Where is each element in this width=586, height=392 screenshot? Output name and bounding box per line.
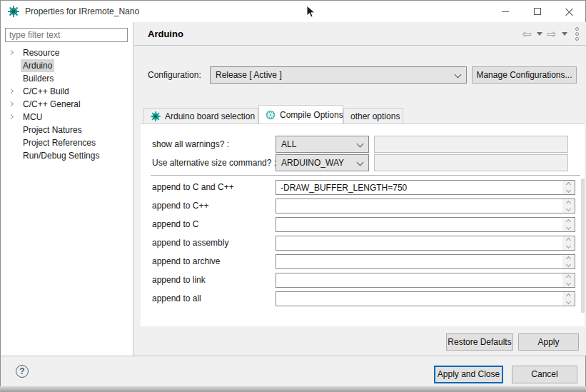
field-scroll-arrows[interactable] [562, 255, 575, 268]
scroll-down-icon [566, 225, 571, 230]
close-button[interactable] [553, 1, 585, 22]
expand-chevron-icon[interactable] [9, 89, 14, 94]
sidebar-item-mcu[interactable]: MCU [1, 111, 133, 124]
field-scroll-arrows[interactable] [562, 218, 575, 231]
scroll-down-icon [566, 299, 571, 304]
append-assembly-input[interactable] [276, 236, 575, 251]
compile-options-panel: show all warnings? : ALL Use alternative… [141, 124, 585, 326]
sidebar-item-resource[interactable]: Resource [1, 46, 133, 59]
sidebar: Resource Arduino Builders C/C++ Build C/… [1, 22, 133, 356]
append-link-field-wrap [276, 273, 575, 288]
append-c-input[interactable] [276, 217, 575, 232]
properties-tree: Resource Arduino Builders C/C++ Build C/… [1, 46, 133, 162]
scroll-up-icon [566, 275, 571, 280]
help-icon[interactable]: ? [16, 365, 29, 378]
chevron-down-icon [455, 71, 462, 79]
field-scroll-arrows[interactable] [562, 199, 575, 213]
append-link-label: append to link [152, 273, 206, 288]
size-command-custom-field [374, 154, 568, 171]
minimize-icon [502, 11, 509, 12]
properties-dialog: Properties for IRremote_Nano Resource Ar… [0, 0, 586, 386]
back-arrow-icon[interactable]: ⇦ [522, 29, 531, 40]
append-c-cpp-input[interactable] [276, 180, 575, 195]
scroll-up-icon [566, 219, 571, 224]
page-nav: ⇦ ⇨ [522, 22, 579, 46]
append-c-cpp-field-wrap [276, 180, 575, 195]
append-cpp-label: append to C++ [152, 198, 208, 213]
sidebar-item-run-debug-settings[interactable]: Run/Debug Settings [1, 149, 133, 162]
cancel-button[interactable]: Cancel [512, 366, 577, 383]
warnings-label: show all warnings? : [152, 136, 229, 153]
forward-arrow-icon[interactable]: ⇨ [547, 29, 557, 40]
size-command-select[interactable]: ARDUINO_WAY [276, 154, 369, 171]
close-icon [565, 8, 573, 16]
mouse-cursor [306, 5, 316, 19]
size-command-label: Use alternative size command? : [152, 154, 276, 171]
view-menu-icon[interactable] [575, 27, 579, 41]
sidebar-item-builders[interactable]: Builders [1, 72, 133, 85]
chevron-down-icon [357, 159, 364, 166]
window-title: Properties for IRremote_Nano [25, 1, 139, 22]
field-scroll-arrows[interactable] [562, 236, 575, 250]
restore-defaults-button[interactable]: Restore Defaults [446, 333, 513, 351]
minimize-button[interactable] [489, 1, 521, 22]
sidebar-item-project-references[interactable]: Project References [1, 136, 133, 149]
page-title: Arduino [148, 22, 183, 46]
field-scroll-arrows[interactable] [562, 292, 575, 306]
append-link-input[interactable] [276, 273, 575, 288]
append-c-cpp-label: append to C and C++ [152, 180, 234, 195]
append-all-input[interactable] [276, 291, 575, 306]
maximize-icon [534, 8, 541, 15]
tab-compile-options[interactable]: Compile Options [258, 105, 343, 124]
sidebar-item-cpp-build[interactable]: C/C++ Build [1, 85, 133, 98]
append-all-field-wrap [276, 291, 575, 306]
expand-chevron-icon[interactable] [9, 114, 14, 119]
scroll-up-icon [566, 256, 571, 261]
tab-other-options[interactable]: other options [343, 108, 403, 124]
scroll-up-icon [566, 238, 571, 243]
scroll-down-icon [566, 206, 571, 211]
sidebar-item-cpp-general[interactable]: C/C++ General [1, 98, 133, 111]
scroll-up-icon [566, 201, 571, 206]
titlebar: Properties for IRremote_Nano [1, 1, 585, 22]
scroll-down-icon [566, 281, 571, 286]
scroll-up-icon [566, 293, 571, 298]
manage-configurations-button[interactable]: Manage Configurations... [472, 66, 577, 84]
sloeber-gear-icon [151, 111, 161, 121]
configuration-select[interactable]: Release [ Active ] [210, 66, 467, 84]
sidebar-item-project-natures[interactable]: Project Natures [1, 124, 133, 136]
maximize-button[interactable] [521, 1, 553, 22]
scroll-up-icon [566, 182, 571, 187]
dialog-footer: ? Apply and Close Cancel [1, 356, 585, 386]
warnings-select[interactable]: ALL [276, 136, 369, 153]
page-header: Arduino ⇦ ⇨ [134, 22, 586, 46]
field-scroll-arrows[interactable] [562, 273, 575, 287]
field-scroll-arrows[interactable] [562, 181, 575, 194]
append-c-label: append to C [152, 217, 198, 232]
expand-chevron-icon[interactable] [9, 101, 14, 106]
tab-arduino-board-selection[interactable]: Arduino board selection [143, 108, 258, 124]
append-archive-input[interactable] [276, 254, 575, 269]
warnings-custom-field [374, 136, 568, 153]
sidebar-item-arduino[interactable]: Arduino [1, 59, 133, 72]
screen: Properties for IRremote_Nano Resource Ar… [0, 0, 586, 392]
scroll-down-icon [566, 188, 571, 193]
append-cpp-input[interactable] [276, 198, 575, 213]
append-assembly-label: append to assembly [152, 236, 228, 251]
forward-dropdown-icon[interactable] [562, 32, 567, 36]
append-cpp-field-wrap [276, 198, 575, 213]
append-assembly-field-wrap [276, 236, 575, 251]
scroll-down-icon [566, 262, 571, 267]
configuration-label: Configuration: [148, 66, 201, 84]
filter-input[interactable] [5, 28, 128, 42]
sloeber-gear-icon [8, 6, 19, 17]
vertical-scrollbar[interactable] [581, 179, 585, 313]
back-dropdown-icon[interactable] [537, 32, 542, 36]
configuration-value: Release [ Active ] [216, 70, 282, 80]
main-panel: Arduino ⇦ ⇨ Configuration: Release [ Act… [134, 22, 586, 356]
append-all-label: append to all [152, 291, 201, 306]
expand-chevron-icon[interactable] [9, 50, 14, 55]
apply-button[interactable]: Apply [518, 333, 579, 351]
append-archive-field-wrap [276, 254, 575, 269]
apply-and-close-button[interactable]: Apply and Close [434, 366, 503, 383]
